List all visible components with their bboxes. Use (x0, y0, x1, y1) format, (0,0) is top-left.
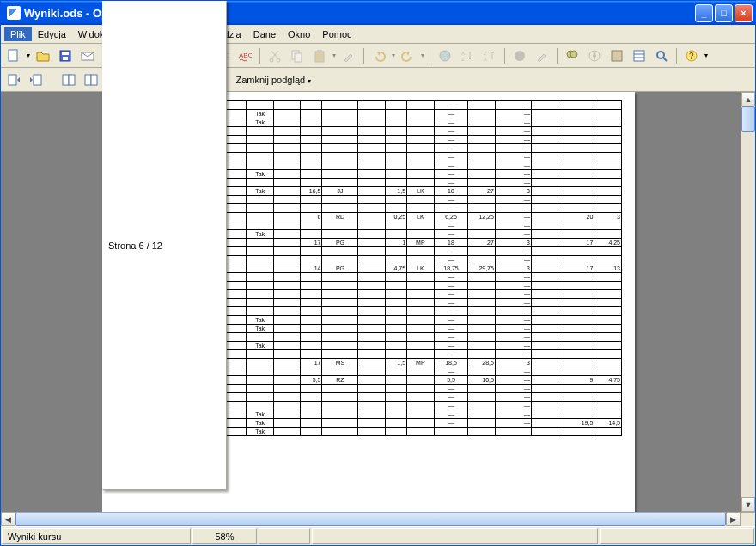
table-cell (531, 325, 558, 333)
table-cell (407, 273, 434, 282)
email-button[interactable] (78, 46, 97, 65)
table-cell (385, 410, 406, 419)
table-cell (273, 410, 300, 419)
table-cell (358, 367, 385, 376)
table-cell (531, 299, 558, 307)
svg-rect-31 (634, 51, 644, 61)
table-cell (558, 127, 594, 136)
table-cell (531, 376, 558, 385)
gallery-button[interactable] (607, 46, 626, 65)
menu-pomoc[interactable]: Pomoc (316, 27, 357, 41)
svg-rect-30 (612, 51, 622, 61)
open-button[interactable] (34, 46, 52, 65)
scroll-down-icon[interactable]: ▼ (741, 497, 755, 512)
undo-button[interactable] (369, 46, 388, 65)
table-cell (468, 144, 495, 153)
scroll-right-icon[interactable]: ▶ (726, 513, 741, 526)
table-cell: — (434, 307, 468, 316)
format-paintbrush-button[interactable] (339, 46, 358, 65)
close-preview-button[interactable]: Zamknij podgląd ▾ (228, 72, 319, 88)
table-cell (468, 299, 495, 307)
table-cell: — (434, 316, 468, 325)
table-cell (273, 325, 300, 333)
table-cell (385, 333, 406, 342)
table-cell: 14 (301, 264, 322, 273)
table-cell (247, 239, 273, 247)
table-cell (273, 376, 300, 385)
hyperlink-button[interactable] (436, 46, 454, 65)
table-cell (301, 170, 322, 179)
table-cell: 1 (385, 239, 406, 247)
data-sources-button[interactable] (630, 46, 649, 65)
menu-okno[interactable]: Okno (282, 27, 316, 41)
table-cell (531, 213, 558, 221)
table-cell (407, 410, 434, 419)
cut-button[interactable] (265, 46, 284, 65)
save-button[interactable] (56, 46, 75, 65)
table-cell (531, 342, 558, 350)
table-cell (468, 316, 495, 325)
table-cell (531, 350, 558, 359)
scroll-up-icon[interactable]: ▲ (741, 92, 755, 106)
table-cell: 6,25 (434, 213, 468, 221)
table-cell: — (434, 247, 468, 256)
vertical-scrollbar[interactable]: ▲ ▼ (741, 92, 755, 512)
table-cell (385, 290, 406, 299)
maximize-button[interactable]: □ (715, 4, 733, 22)
table-cell: Tak (247, 428, 273, 436)
table-cell (558, 247, 594, 256)
last-page-button[interactable] (82, 70, 101, 89)
table-cell (358, 428, 385, 436)
table-cell (407, 136, 434, 144)
navigator-button[interactable] (585, 46, 604, 65)
menu-edycja[interactable]: Edycja (32, 27, 72, 41)
table-cell (322, 256, 358, 264)
table-cell: RD (322, 213, 358, 221)
sort-asc-button[interactable]: AZ (458, 46, 477, 65)
new-doc-button[interactable] (4, 46, 23, 65)
vscroll-thumb[interactable] (741, 106, 755, 132)
table-cell (594, 127, 622, 136)
table-cell: 19,5 (558, 419, 594, 428)
table-cell (301, 342, 322, 350)
menu-dane[interactable]: Dane (247, 27, 282, 41)
table-cell: — (434, 393, 468, 402)
table-cell (301, 282, 322, 290)
table-cell (358, 230, 385, 239)
table-cell: Tak (247, 316, 273, 325)
table-cell (358, 325, 385, 333)
table-cell (531, 333, 558, 342)
close-button[interactable]: × (735, 4, 753, 22)
table-cell (407, 230, 434, 239)
horizontal-scrollbar[interactable]: ◀ ▶ (1, 512, 741, 526)
table-cell: 17 (558, 264, 594, 273)
table-cell (468, 247, 495, 256)
first-page-button[interactable] (59, 70, 78, 89)
prev-page-button[interactable] (4, 70, 23, 89)
scroll-left-icon[interactable]: ◀ (1, 513, 15, 526)
show-draw-button[interactable] (533, 46, 552, 65)
next-page-button[interactable] (27, 70, 46, 89)
table-cell: 3 (495, 264, 531, 273)
table-cell (385, 110, 406, 118)
table-cell (247, 385, 273, 393)
minimize-button[interactable]: _ (695, 4, 713, 22)
sort-desc-button[interactable]: ZA (480, 46, 499, 65)
paste-button[interactable] (310, 46, 329, 65)
table-cell (385, 428, 406, 436)
svg-rect-3 (63, 57, 68, 60)
chart-button[interactable] (510, 46, 529, 65)
hscroll-thumb[interactable] (15, 513, 726, 526)
table-cell (301, 127, 322, 136)
redo-button[interactable] (399, 46, 418, 65)
autospell-button[interactable]: ABC (235, 46, 254, 65)
help-button[interactable]: ? (682, 46, 701, 65)
menu-plik[interactable]: Plik (4, 27, 32, 41)
find-button[interactable] (563, 46, 582, 65)
copy-button[interactable] (288, 46, 307, 65)
table-cell (301, 136, 322, 144)
zoom-button[interactable] (652, 46, 671, 65)
table-cell (407, 110, 434, 118)
table-cell: 18 (434, 187, 468, 196)
table-cell (531, 221, 558, 230)
